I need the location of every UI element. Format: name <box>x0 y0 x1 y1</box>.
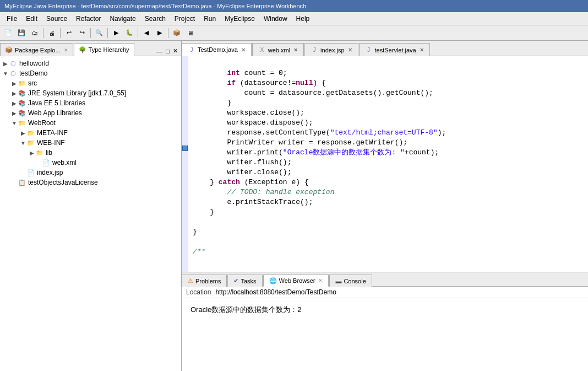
package-explorer-close[interactable]: ✕ <box>64 47 68 53</box>
toolbar-new[interactable]: 📄 <box>2 27 14 39</box>
close-testdemo-tab[interactable]: ✕ <box>241 47 246 53</box>
menu-edit[interactable]: Edit <box>21 14 42 24</box>
arrow-javaee: ▶ <box>11 100 18 106</box>
label-src: src <box>28 79 37 87</box>
menu-search[interactable]: Search <box>140 14 170 24</box>
toolbar-save-all[interactable]: 🗂 <box>29 27 41 39</box>
toolbar-debug[interactable]: 🐛 <box>123 27 135 39</box>
toolbar-sep-5 <box>138 28 138 38</box>
menu-myeclipse[interactable]: MyEclipse <box>220 14 259 24</box>
menu-navigate[interactable]: Navigate <box>105 14 140 24</box>
menu-project[interactable]: Project <box>170 14 199 24</box>
label-lib: lib <box>46 149 52 157</box>
menu-run[interactable]: Run <box>199 14 220 24</box>
toolbar-server[interactable]: 🖥 <box>184 27 196 39</box>
tree-item-testdemo[interactable]: ▼ ⬡ testDemo <box>0 68 181 78</box>
tab-console[interactable]: ▬ Console <box>329 275 372 287</box>
label-helloworld: helloworld <box>19 60 49 67</box>
tab-label-indexjsp: index.jsp <box>320 47 344 53</box>
toolbar-sep-3 <box>90 28 91 38</box>
menu-source[interactable]: Source <box>42 14 72 24</box>
tree-item-webapp[interactable]: ▶ 📚 Web App Libraries <box>0 108 181 118</box>
folder-icon-webinf: 📁 <box>26 138 35 147</box>
label-webroot: WebRoot <box>28 119 56 127</box>
toolbar-redo[interactable]: ↪ <box>76 27 88 39</box>
toolbar-run[interactable]: ▶ <box>110 27 122 39</box>
tab-webxml[interactable]: X web.xml ✕ <box>252 43 304 56</box>
tab-testservlet[interactable]: J testServlet.java ✕ <box>359 43 430 56</box>
tab-problems[interactable]: ⚠ Problems <box>182 275 227 287</box>
tab-label-webxml: web.xml <box>268 47 290 53</box>
code-editor: int count = 0; if (datasource!=null) { c… <box>182 56 588 272</box>
project-icon-testdemo: ⬡ <box>9 69 18 78</box>
tab-indexjsp[interactable]: J index.jsp ✕ <box>304 43 358 56</box>
toolbar-search[interactable]: 🔍 <box>93 27 105 39</box>
license-icon: 📋 <box>18 178 26 187</box>
arrow-helloworld: ▶ <box>2 61 9 67</box>
menu-bar: File Edit Source Refactor Navigate Searc… <box>0 12 588 25</box>
menu-refactor[interactable]: Refactor <box>72 14 105 24</box>
tree-item-webroot[interactable]: ▼ 📁 WebRoot <box>0 118 181 128</box>
tab-type-hierarchy[interactable]: 🌳 Type Hierarchy <box>74 43 134 56</box>
tab-tasks[interactable]: ✔ Tasks <box>227 275 262 287</box>
label-webapp: Web App Libraries <box>28 109 82 117</box>
left-panel: 📦 Package Explo... ✕ 🌳 Type Hierarchy — … <box>0 41 182 371</box>
arrow-metainf: ▶ <box>20 130 26 136</box>
bottom-tabs: ⚠ Problems ✔ Tasks 🌐 Web Browser ✕ ▬ Con… <box>182 272 588 287</box>
lib-icon-jre: 📚 <box>18 89 26 98</box>
toolbar-undo[interactable]: ↩ <box>63 27 75 39</box>
close-browser-tab[interactable]: ✕ <box>318 278 323 283</box>
console-icon: ▬ <box>335 278 341 284</box>
toolbar-prev[interactable]: ◀ <box>140 27 153 39</box>
console-label: Console <box>344 278 366 284</box>
toolbar-deploy[interactable]: 📦 <box>171 27 183 39</box>
xml-icon-webxml: X <box>258 46 266 54</box>
tree-item-helloworld[interactable]: ▶ ⬡ helloworld <box>0 58 181 68</box>
tree-item-indexjsp[interactable]: 📄 index.jsp <box>0 168 181 178</box>
menu-file[interactable]: File <box>2 14 21 24</box>
arrow-testdemo: ▼ <box>2 71 9 77</box>
arrow-webinf: ▼ <box>20 140 26 146</box>
location-label: Location <box>186 288 211 296</box>
arrow-webapp: ▶ <box>11 110 18 116</box>
label-testobjects: testObjectsJavaLicense <box>28 179 98 186</box>
browser-output: Oracle数据源中的数据集个数为：2 <box>182 298 588 321</box>
tree-item-webxml[interactable]: 📄 web.xml <box>0 158 181 168</box>
close-indexjsp-tab[interactable]: ✕ <box>348 47 352 53</box>
tree-item-metainf[interactable]: ▶ 📁 META-INF <box>0 128 181 138</box>
toolbar-next[interactable]: ▶ <box>154 27 166 39</box>
tab-testdemo-java[interactable]: J TestDemo.java ✕ <box>182 43 252 56</box>
project-icon-helloworld: ⬡ <box>9 59 18 68</box>
type-hierarchy-icon: 🌳 <box>79 46 86 53</box>
tree-item-lib[interactable]: ▶ 📁 lib <box>0 148 181 158</box>
close-testservlet-tab[interactable]: ✕ <box>420 47 424 53</box>
arrow-lib: ▶ <box>29 150 35 156</box>
arrow-webroot: ▼ <box>11 120 18 126</box>
label-webinf: WEB-INF <box>37 139 65 147</box>
tasks-label: Tasks <box>241 278 256 284</box>
tree-item-jre[interactable]: ▶ 📚 JRE System Library [jdk1.7.0_55] <box>0 88 181 98</box>
toolbar-print[interactable]: 🖨 <box>46 27 58 39</box>
file-icon-webxml: 📄 <box>42 158 51 167</box>
close-webxml-tab[interactable]: ✕ <box>293 47 298 53</box>
tab-web-browser[interactable]: 🌐 Web Browser ✕ <box>263 275 329 287</box>
close-panel-btn[interactable]: ✕ <box>172 47 179 55</box>
maximize-panel-btn[interactable]: □ <box>165 47 171 55</box>
code-content-area[interactable]: int count = 0; if (datasource!=null) { c… <box>188 56 588 272</box>
folder-icon-lib: 📁 <box>35 148 44 157</box>
java-icon-testservlet: J <box>365 46 373 54</box>
tree-item-src[interactable]: ▶ 📁 src <box>0 78 181 88</box>
menu-window[interactable]: Window <box>259 14 292 24</box>
panel-tabs: 📦 Package Explo... ✕ 🌳 Type Hierarchy — … <box>0 41 181 56</box>
minimize-panel-btn[interactable]: — <box>155 47 164 55</box>
toolbar-sep-6 <box>168 28 168 38</box>
tree-item-javaee[interactable]: ▶ 📚 Java EE 5 Libraries <box>0 98 181 108</box>
label-jre: JRE System Library [jdk1.7.0_55] <box>28 89 126 97</box>
tree-item-webinf[interactable]: ▼ 📁 WEB-INF <box>0 138 181 148</box>
tab-package-explorer[interactable]: 📦 Package Explo... ✕ <box>0 43 73 56</box>
toolbar-save[interactable]: 💾 <box>15 27 28 39</box>
label-javaee: Java EE 5 Libraries <box>28 99 85 107</box>
tree-item-testobjects[interactable]: 📋 testObjectsJavaLicense <box>0 178 181 187</box>
menu-help[interactable]: Help <box>292 14 314 24</box>
java-icon-testdemo: J <box>188 46 195 53</box>
